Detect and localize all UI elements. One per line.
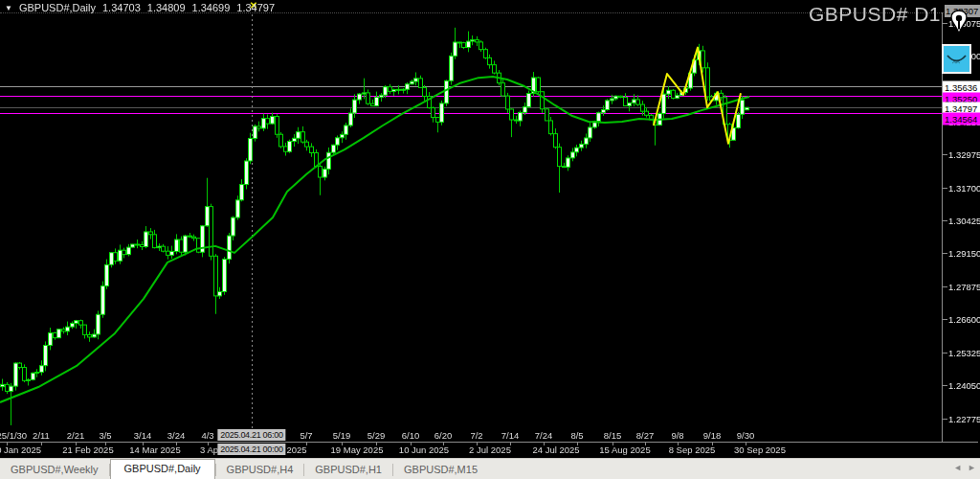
time-tick-label: 2025/1/30	[0, 430, 27, 441]
chart-title-bar: ▼ GBPUSD#,Daily 1.34703 1.34809 1.34699 …	[5, 2, 275, 13]
chart-window: ▼ GBPUSD#,Daily 1.34703 1.34809 1.34699 …	[0, 0, 980, 479]
tab-scrollbar: ◄ ►	[953, 463, 976, 472]
time-tick-label: 9/18	[703, 430, 722, 441]
price-tick-label: 1.22775	[948, 414, 980, 424]
price-tick-label: 1.27875	[948, 282, 980, 292]
chart-tab-h4[interactable]: GBPUSD#,H4	[216, 461, 304, 479]
price-tick-label: 1.31700	[948, 183, 980, 194]
time-tick-label: 2/11	[33, 430, 50, 441]
chart-tab-weekly[interactable]: GBPUSD#,Weekly	[0, 461, 109, 479]
time-tick-label: 7/2	[470, 430, 482, 441]
time-tick-label: 30 Jan 2025	[0, 445, 41, 455]
vline-time-label-row2: 2025.04.21 00:00	[217, 444, 285, 455]
time-tick-label: 4/3	[201, 430, 213, 441]
time-tick-label: 6/20	[434, 430, 453, 441]
chart-tab-h1[interactable]: GBPUSD#,H1	[304, 461, 392, 479]
time-tick-label: 5/19	[333, 430, 351, 441]
tab-scroll-left-icon[interactable]: ◄	[953, 463, 962, 472]
time-tick-label: 3/24	[167, 430, 186, 441]
smile-indicator-button[interactable]	[942, 44, 971, 74]
ohlc-low: 1.34699	[192, 2, 231, 13]
time-tick-label: 30 Sep 2025	[734, 445, 786, 455]
symbol-dropdown-icon[interactable]: ▼	[5, 4, 12, 12]
time-tick-label: 8/5	[570, 430, 583, 441]
chart-tab-daily[interactable]: GBPUSD#,Daily	[110, 459, 215, 479]
time-tick-label: 14 Mar 2025	[129, 445, 180, 455]
time-tick-label: 8/15	[604, 430, 622, 441]
time-tick-label: 3/5	[99, 430, 111, 441]
time-tick-label: 5/7	[300, 430, 312, 441]
price-tick-label: 1.30425	[948, 216, 980, 226]
time-tick-label: 24 Jul 2025	[532, 445, 579, 455]
time-tick-label: 7/14	[501, 430, 520, 441]
time-tick-label: 8/27	[636, 430, 655, 441]
time-tick-label: 8 Sep 2025	[669, 445, 716, 455]
ohlc-high: 1.34809	[147, 2, 186, 13]
smile-arc-icon	[944, 46, 969, 72]
price-tick-label: 1.25325	[948, 348, 980, 358]
time-tick-label: 10 Jun 2025	[399, 445, 449, 455]
chart-watermark: GBPUSD# D1	[809, 3, 941, 26]
tab-scroll-right-icon[interactable]: ►	[968, 463, 976, 472]
time-tick-label: 15 Aug 2025	[599, 445, 650, 455]
time-tick-label: 6/10	[402, 430, 420, 441]
ohlc-close: 1.34797	[236, 2, 275, 13]
vline-time-label-row1: 2025.04.21 06:00	[217, 429, 285, 441]
time-tick-label: 21 Feb 2025	[62, 445, 113, 455]
price-tick-label: 1.29150	[948, 248, 980, 259]
hline-price-label: 1.34564	[943, 112, 980, 125]
time-tick-label: 2 Jul 2025	[469, 445, 511, 455]
chart-symbol-period: GBPUSD#,Daily	[19, 2, 96, 13]
price-tick-label: 1.24050	[948, 380, 980, 391]
time-tick-label: 2/21	[67, 430, 85, 441]
time-tick-label: 5/29	[368, 430, 386, 441]
chart-tab-m15[interactable]: GBPUSD#,M15	[393, 461, 488, 479]
time-tick-label: 9/8	[671, 430, 683, 441]
price-tick-label: 1.32975	[948, 149, 980, 160]
time-tick-label: 3/14	[134, 430, 152, 441]
time-tick-label: 19 May 2025	[331, 445, 384, 455]
pen-tool-icon[interactable]	[947, 9, 971, 41]
price-tick-label: 1.26600	[948, 314, 980, 325]
time-tick-label: 7/24	[535, 430, 553, 441]
price-chart-canvas[interactable]	[0, 0, 980, 458]
ohlc-open: 1.34703	[102, 2, 141, 13]
chart-tab-bar: GBPUSD#,WeeklyGBPUSD#,DailyGBPUSD#,H4GBP…	[0, 458, 980, 479]
time-tick-label: 9/30	[737, 430, 755, 441]
